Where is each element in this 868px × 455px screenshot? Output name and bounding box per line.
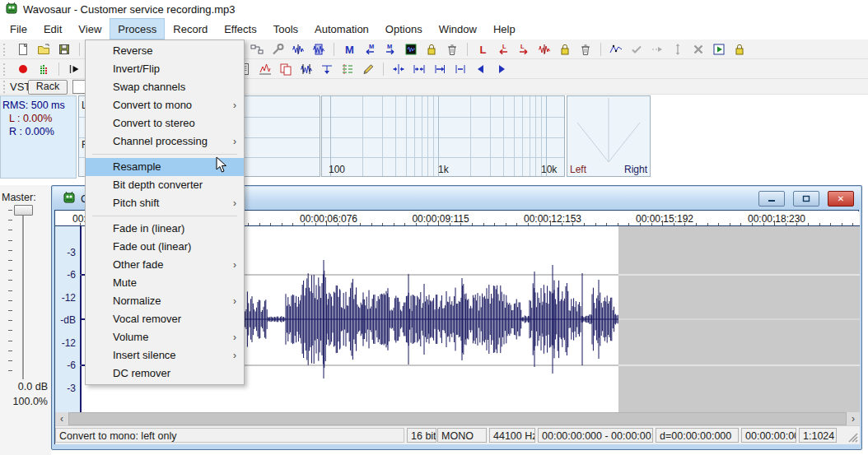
trash2-icon[interactable]	[578, 42, 593, 57]
x-gray-icon[interactable]	[691, 42, 706, 57]
envelope-icon[interactable]	[609, 42, 623, 57]
svg-text:L: L	[520, 43, 525, 50]
ruler-tick	[494, 223, 495, 225]
wrench-icon[interactable]	[270, 42, 285, 57]
marker-next-icon[interactable]: M	[383, 42, 398, 57]
node-link-icon[interactable]	[250, 42, 264, 57]
menu-item-swap-channels[interactable]: Swap channels	[86, 78, 244, 96]
freq-grid-line	[530, 96, 530, 176]
slider-tick	[8, 230, 12, 230]
close-button[interactable]: ✕	[828, 191, 854, 207]
wave-insert-icon[interactable]	[291, 42, 306, 57]
ruler-tick	[528, 223, 529, 225]
lock3-icon[interactable]	[732, 42, 747, 57]
play-envelope-icon[interactable]	[712, 42, 726, 57]
menubar-item-automation[interactable]: Automation	[306, 18, 377, 39]
copy-red-icon[interactable]	[278, 62, 293, 77]
freq-grid-line	[514, 96, 515, 176]
menu-item-convert-to-mono[interactable]: Convert to mono›	[86, 96, 244, 114]
toolbar-grip[interactable]	[3, 44, 7, 56]
marker-prev-icon[interactable]: M	[362, 42, 377, 57]
stats-green-icon[interactable]	[340, 62, 355, 77]
menubar-item-process[interactable]: Process	[110, 18, 165, 39]
next-view-icon[interactable]	[494, 62, 509, 77]
menu-item-pitch-shift[interactable]: Pitch shift›	[86, 194, 244, 212]
restore-button[interactable]	[793, 191, 819, 207]
master-slider-thumb[interactable]	[14, 205, 33, 216]
resize-grip[interactable]	[847, 432, 858, 443]
zoom-expand-icon[interactable]	[391, 62, 406, 77]
scrollbar-thumb[interactable]	[68, 412, 847, 425]
ruler-tick	[584, 223, 585, 225]
toolbar-grip[interactable]	[3, 81, 7, 93]
marker-zone-icon[interactable]	[404, 42, 418, 57]
trash-icon[interactable]	[445, 42, 460, 57]
master-db-value: 0.0 dB	[18, 381, 48, 392]
scroll-right-button[interactable]: ›	[847, 412, 860, 425]
check-icon[interactable]	[629, 42, 644, 57]
menubar-item-help[interactable]: Help	[485, 18, 524, 39]
menu-item-mute[interactable]: Mute	[86, 274, 244, 292]
menubar-item-edit[interactable]: Edit	[35, 18, 70, 39]
menubar-item-window[interactable]: Window	[431, 18, 485, 39]
minimize-button[interactable]	[758, 191, 785, 207]
menubar-item-tools[interactable]: Tools	[265, 18, 306, 39]
horizontal-scrollbar[interactable]: ‹ ›	[55, 412, 860, 425]
lock-icon[interactable]	[424, 42, 439, 57]
open-file-icon[interactable]	[36, 42, 51, 57]
v-arrows-icon[interactable]	[670, 42, 685, 57]
loop-prev-icon[interactable]: L	[496, 42, 511, 57]
menu-item-other-fade[interactable]: Other fade›	[86, 256, 244, 274]
menubar-item-file[interactable]: File	[2, 18, 35, 39]
marker-m-icon[interactable]: M	[342, 42, 357, 57]
zoom-reset-icon[interactable]	[453, 62, 468, 77]
toolbar-grip[interactable]	[3, 63, 7, 76]
record-icon[interactable]	[16, 62, 30, 77]
new-file-icon[interactable]	[16, 42, 30, 57]
menu-item-invert-flip[interactable]: Invert/Flip	[86, 60, 244, 78]
menu-item-fade-in-linear-[interactable]: Fade in (linear)	[86, 220, 244, 238]
menu-item-volume[interactable]: Volume›	[86, 328, 244, 346]
ruler-tick	[460, 223, 461, 225]
ruler-tick	[394, 223, 394, 225]
menubar-item-effects[interactable]: Effects	[216, 18, 265, 39]
menu-item-dc-remover[interactable]: DC remover	[86, 364, 244, 383]
menu-item-insert-silence[interactable]: Insert silence›	[86, 346, 244, 364]
menubar-item-view[interactable]: View	[70, 18, 110, 39]
menubar-item-record[interactable]: Record	[165, 18, 216, 39]
pencil-icon[interactable]	[361, 62, 376, 77]
zoom-shrink-icon[interactable]	[412, 62, 427, 77]
rms-panel: RMS: 500 ms L : 0.00% R : 0.00%	[0, 95, 77, 179]
lock2-icon[interactable]	[558, 42, 572, 57]
play-cursor-icon[interactable]	[67, 62, 82, 77]
scroll-left-button[interactable]: ‹	[55, 412, 68, 425]
slider-tick	[8, 210, 12, 211]
menu-item-convert-to-stereo[interactable]: Convert to stereo	[86, 114, 244, 132]
loop-wave-icon[interactable]	[537, 42, 552, 57]
menu-item-reverse[interactable]: Reverse	[86, 42, 244, 60]
vu-meter-icon[interactable]	[36, 62, 51, 77]
loop-next-icon[interactable]: L	[516, 42, 531, 57]
master-panel: Master: 0.0 dB 100.0%	[0, 185, 51, 455]
graph-drop-icon[interactable]	[320, 62, 334, 77]
menu-item-vocal-remover[interactable]: Vocal remover	[86, 310, 244, 328]
vst-rack-button[interactable]: Rack	[28, 80, 68, 95]
ruler-tick	[572, 223, 573, 225]
menu-item-normalize[interactable]: Normalize›	[86, 292, 244, 310]
menu-item-fade-out-linear-[interactable]: Fade out (linear)	[86, 238, 244, 256]
dash-arrow-icon[interactable]	[650, 42, 665, 57]
prev-view-icon[interactable]	[474, 62, 488, 77]
wave-select-icon[interactable]	[311, 42, 326, 57]
menubar-item-options[interactable]: Options	[377, 18, 431, 39]
slider-tick	[8, 320, 12, 321]
spectrum-icon[interactable]	[258, 62, 273, 77]
menu-item-channel-processing[interactable]: Channel processing›	[86, 132, 244, 151]
master-slider-track[interactable]	[22, 208, 24, 379]
wave-bars-icon[interactable]	[299, 62, 314, 77]
loop-l-icon[interactable]: L	[475, 42, 490, 57]
menu-item-bit-depth-converter[interactable]: Bit depth converter	[86, 176, 244, 194]
freq-grid-line	[433, 96, 434, 176]
ruler-tick	[338, 223, 338, 225]
save-icon[interactable]	[57, 42, 72, 57]
zoom-selection-icon[interactable]	[432, 62, 447, 77]
